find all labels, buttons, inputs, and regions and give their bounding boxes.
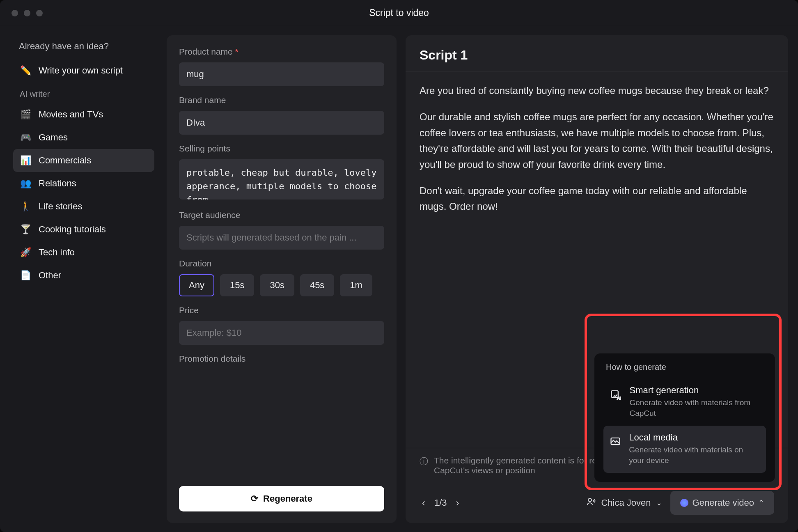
script-paragraph: Don't wait, upgrade your coffee game tod… — [420, 183, 774, 215]
other-icon: 📄 — [20, 270, 31, 281]
target-audience-input[interactable] — [179, 226, 384, 250]
selling-points-label: Selling points — [179, 144, 384, 154]
sidebar: Already have an idea? ✏️ Write your own … — [10, 35, 158, 523]
smart-generation-icon: AI — [609, 387, 622, 401]
sidebar-item-life-stories[interactable]: 🚶 Life stories — [13, 195, 154, 218]
option-subtitle: Generate video with materials on your de… — [629, 445, 760, 466]
sidebar-item-label: Other — [39, 270, 61, 281]
duration-any[interactable]: Any — [179, 274, 214, 296]
duration-15s[interactable]: 15s — [220, 274, 254, 296]
ai-writer-label: AI writer — [13, 89, 154, 99]
svg-text:AI: AI — [617, 396, 621, 399]
price-input[interactable] — [179, 321, 384, 345]
local-media-icon — [609, 434, 621, 449]
option-subtitle: Generate video with materials from CapCu… — [629, 397, 760, 419]
duration-30s[interactable]: 30s — [260, 274, 294, 296]
prev-page-button[interactable]: ‹ — [420, 495, 428, 511]
tech-icon: 🚀 — [20, 247, 31, 258]
form-scroll[interactable]: Product name * Brand name Selling points… — [179, 47, 384, 478]
script-footer: ‹ 1/3 › Chica Joven ⌄ Generate video ⌃ — [406, 483, 788, 523]
window-title: Script to video — [0, 7, 798, 18]
chevron-up-icon: ⌃ — [758, 498, 764, 507]
sidebar-item-label: Cooking tutorials — [39, 224, 106, 235]
duration-label: Duration — [179, 259, 384, 268]
popover-title: How to generate — [603, 362, 766, 372]
generate-video-button[interactable]: Generate video ⌃ — [670, 491, 774, 515]
write-own-script[interactable]: ✏️ Write your own script — [13, 59, 154, 82]
regenerate-button[interactable]: ⟳ Regenerate — [179, 486, 384, 511]
sidebar-item-relations[interactable]: 👥 Relations — [13, 172, 154, 195]
games-icon: 🎮 — [20, 132, 31, 143]
generate-video-label: Generate video — [693, 498, 754, 508]
sidebar-item-games[interactable]: 🎮 Games — [13, 126, 154, 149]
product-name-label: Product name * — [179, 47, 384, 57]
svg-point-0 — [588, 498, 592, 502]
script-panel: Script 1 Are you tired of constantly buy… — [406, 35, 788, 523]
chevron-down-icon: ⌄ — [656, 498, 662, 507]
script-title: Script 1 — [406, 35, 788, 71]
next-page-button[interactable]: › — [454, 495, 462, 511]
selling-points-input[interactable]: protable, cheap but durable, lovely appe… — [179, 159, 384, 200]
sidebar-item-movies[interactable]: 🎬 Movies and TVs — [13, 103, 154, 126]
duration-45s[interactable]: 45s — [300, 274, 334, 296]
product-name-input[interactable] — [179, 62, 384, 86]
sidebar-header: Already have an idea? — [13, 41, 154, 52]
regenerate-label: Regenerate — [263, 493, 312, 504]
app-window: Script to video Already have an idea? ✏️… — [0, 0, 798, 532]
main-body: Already have an idea? ✏️ Write your own … — [0, 26, 798, 532]
option-title: Smart generation — [629, 385, 760, 396]
sidebar-item-label: Games — [39, 132, 68, 143]
script-paragraph: Are you tired of constantly buying new c… — [420, 83, 774, 99]
local-media-option[interactable]: Local media Generate video with material… — [603, 426, 766, 473]
refresh-icon: ⟳ — [251, 493, 258, 504]
form-panel: Product name * Brand name Selling points… — [167, 35, 397, 523]
sparkle-icon — [680, 499, 688, 507]
sidebar-item-cooking[interactable]: 🍸 Cooking tutorials — [13, 218, 154, 241]
sidebar-item-other[interactable]: 📄 Other — [13, 264, 154, 287]
sidebar-item-label: Relations — [39, 178, 76, 189]
voice-selector[interactable]: Chica Joven ⌄ — [586, 497, 662, 509]
cooking-icon: 🍸 — [20, 224, 31, 235]
smart-generation-option[interactable]: AI Smart generation Generate video with … — [603, 378, 766, 426]
target-audience-label: Target audience — [179, 210, 384, 220]
pencil-icon: ✏️ — [20, 65, 31, 76]
sidebar-item-label: Tech info — [39, 247, 75, 258]
brand-name-input[interactable] — [179, 111, 384, 135]
life-stories-icon: 🚶 — [20, 201, 31, 212]
promotion-details-label: Promotion details — [179, 354, 384, 364]
duration-1m[interactable]: 1m — [340, 274, 372, 296]
pager: ‹ 1/3 › — [420, 495, 462, 511]
movies-icon: 🎬 — [20, 109, 31, 120]
page-indicator: 1/3 — [434, 498, 447, 508]
sidebar-item-label: Commercials — [39, 155, 91, 166]
relations-icon: 👥 — [20, 178, 31, 189]
sidebar-item-tech[interactable]: 🚀 Tech info — [13, 241, 154, 264]
option-title: Local media — [629, 432, 760, 443]
info-icon: ⓘ — [420, 456, 428, 475]
script-paragraph: Our durable and stylish coffee mugs are … — [420, 109, 774, 172]
sidebar-item-commercials[interactable]: 📊 Commercials — [13, 149, 154, 172]
price-label: Price — [179, 305, 384, 315]
sidebar-item-label: Write your own script — [39, 65, 123, 76]
voice-icon — [586, 497, 596, 509]
brand-name-label: Brand name — [179, 95, 384, 105]
sidebar-item-label: Life stories — [39, 201, 82, 212]
voice-name: Chica Joven — [601, 498, 651, 508]
duration-options: Any 15s 30s 45s 1m — [179, 274, 384, 296]
sidebar-item-label: Movies and TVs — [39, 109, 103, 120]
titlebar: Script to video — [0, 0, 798, 26]
commercials-icon: 📊 — [20, 155, 31, 166]
generate-popover: How to generate AI Smart generation Gene… — [594, 353, 775, 482]
